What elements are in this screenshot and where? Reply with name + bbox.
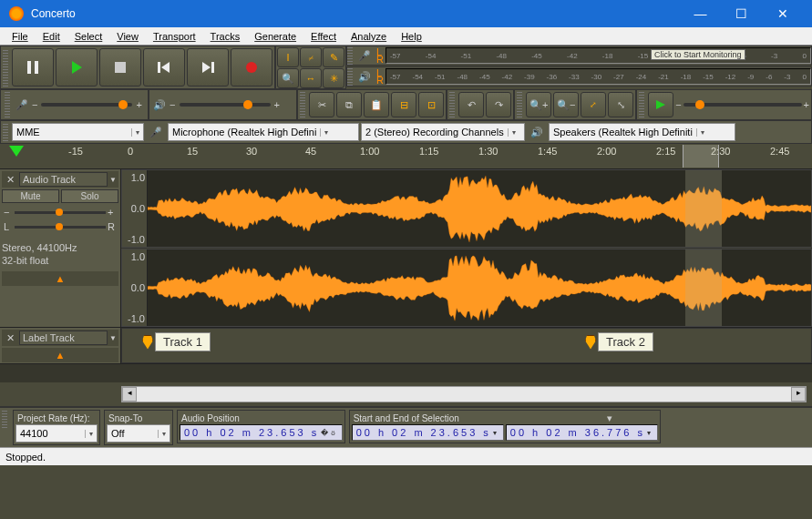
toolbar-grip[interactable] bbox=[5, 92, 10, 117]
waveform-left[interactable]: 1.00.0-1.0 bbox=[121, 169, 812, 248]
scroll-right-button[interactable]: ▸ bbox=[791, 387, 806, 402]
waveform-right[interactable]: 1.00.0-1.0 bbox=[121, 249, 812, 327]
status-bar: Stopped. bbox=[0, 447, 812, 465]
timeshift-tool-icon[interactable]: ↔ bbox=[300, 68, 322, 88]
scroll-left-button[interactable]: ◂ bbox=[122, 387, 137, 402]
track-name[interactable]: Label Track bbox=[19, 331, 108, 345]
menu-select[interactable]: Select bbox=[67, 29, 110, 44]
menu-file[interactable]: File bbox=[5, 29, 36, 44]
label-area[interactable]: Track 1 Track 2 bbox=[121, 328, 812, 363]
mute-button[interactable]: Mute bbox=[2, 189, 59, 203]
skip-start-button[interactable] bbox=[143, 48, 185, 86]
timeline-tick: -15 bbox=[68, 146, 83, 157]
timeline-tick: 2:00 bbox=[597, 146, 616, 157]
playhead-icon[interactable] bbox=[9, 146, 24, 157]
paste-button[interactable]: 📋 bbox=[364, 92, 389, 117]
skip-end-button[interactable] bbox=[187, 48, 229, 86]
toolbar-grip[interactable] bbox=[449, 92, 455, 117]
output-device-combo[interactable]: Speakers (Realtek High Definiti▾ bbox=[549, 123, 735, 141]
project-rate-combo[interactable]: 44100▾ bbox=[15, 424, 98, 443]
timeline-ruler[interactable]: -1501530451:001:151:301:452:002:152:302:… bbox=[0, 144, 812, 169]
undo-button[interactable]: ↶ bbox=[458, 92, 484, 117]
menu-transport[interactable]: Transport bbox=[146, 29, 203, 44]
selection-region[interactable] bbox=[685, 249, 722, 326]
copy-button[interactable]: ⧉ bbox=[336, 92, 362, 117]
trim-button[interactable]: ⊟ bbox=[391, 92, 416, 117]
toolbar-grip[interactable] bbox=[300, 92, 305, 117]
audio-host-combo[interactable]: MME▾ bbox=[12, 123, 144, 141]
playback-meter[interactable]: 🔊 LR -57-54-51-48-45-42-39-36-33-30-27-2… bbox=[346, 66, 812, 86]
toolbar-grip[interactable] bbox=[347, 46, 353, 65]
selection-end-field[interactable]: 00 h 02 m 36.776 s▾ bbox=[506, 424, 658, 441]
label-text[interactable]: Track 1 bbox=[155, 332, 211, 351]
label-pin-icon[interactable] bbox=[142, 335, 153, 350]
stop-button[interactable] bbox=[99, 48, 141, 86]
label-pin-icon[interactable] bbox=[585, 335, 596, 350]
close-button[interactable]: ✕ bbox=[762, 0, 803, 27]
toolbar-grip[interactable] bbox=[347, 67, 353, 86]
playback-volume-slider[interactable]: 🔊 − + bbox=[149, 89, 297, 120]
selection-tool-icon[interactable]: I bbox=[277, 47, 299, 67]
multi-tool-icon[interactable]: ✳ bbox=[323, 68, 344, 88]
record-meter[interactable]: 🎤 LR -57-54-51-48-45-42 Click to Start M… bbox=[346, 46, 812, 66]
track-menu-button[interactable]: ▼ bbox=[109, 176, 117, 184]
pan-slider[interactable]: LR bbox=[4, 221, 117, 232]
menu-edit[interactable]: Edit bbox=[36, 29, 67, 44]
menu-help[interactable]: Help bbox=[394, 29, 429, 44]
solo-button[interactable]: Solo bbox=[61, 189, 118, 203]
waveform-area[interactable]: 1.00.0-1.0 1.00.0-1.0 bbox=[121, 169, 812, 327]
toolbar-grip[interactable] bbox=[639, 92, 644, 117]
monitor-hint[interactable]: Click to Start Monitoring bbox=[651, 49, 745, 60]
toolbar-grip[interactable] bbox=[3, 48, 8, 86]
menu-tracks[interactable]: Tracks bbox=[203, 29, 248, 44]
cut-button[interactable]: ✂ bbox=[309, 92, 334, 117]
audio-position-field[interactable]: 00 h 02 m 23.653 s�ö bbox=[180, 424, 343, 441]
label-marker[interactable]: Track 2 bbox=[585, 332, 653, 351]
pause-button[interactable] bbox=[12, 48, 54, 86]
toolbar-grip[interactable] bbox=[2, 410, 7, 428]
snap-to-combo[interactable]: Off▾ bbox=[107, 424, 170, 443]
play-button[interactable] bbox=[56, 48, 98, 86]
draw-tool-icon[interactable]: ✎ bbox=[323, 47, 344, 67]
fit-selection-button[interactable]: ⤢ bbox=[581, 92, 606, 117]
track-close-button[interactable]: ✕ bbox=[4, 332, 17, 344]
speed-slider[interactable] bbox=[684, 103, 802, 107]
gain-slider[interactable]: −+ bbox=[4, 207, 117, 218]
maximize-button[interactable]: ☐ bbox=[721, 0, 762, 27]
horizontal-scrollbar[interactable]: ◂ ▸ bbox=[121, 386, 807, 402]
label-marker[interactable]: Track 1 bbox=[142, 332, 211, 351]
track-menu-button[interactable]: ▼ bbox=[109, 334, 117, 342]
record-button[interactable] bbox=[231, 48, 272, 86]
minimize-button[interactable]: — bbox=[680, 0, 721, 27]
play-at-speed-button[interactable] bbox=[648, 92, 673, 117]
svg-point-5 bbox=[246, 62, 257, 73]
selection-region[interactable] bbox=[685, 170, 722, 247]
channels-combo[interactable]: 2 (Stereo) Recording Channels▾ bbox=[361, 123, 525, 141]
playback-meter-scale[interactable]: -57-54-51-48-45-42-39-36-33-30-27-24-21-… bbox=[385, 68, 811, 85]
zoom-out-button[interactable]: 🔍− bbox=[553, 92, 579, 117]
record-meter-scale[interactable]: -57-54-51-48-45-42 Click to Start Monito… bbox=[385, 47, 811, 64]
envelope-tool-icon[interactable]: ⌿ bbox=[300, 47, 322, 67]
input-device-combo[interactable]: Microphone (Realtek High Defini▾ bbox=[168, 123, 359, 141]
track-collapse-button[interactable]: ▲ bbox=[2, 271, 118, 286]
silence-button[interactable]: ⊡ bbox=[418, 92, 444, 117]
toolbar-grip[interactable] bbox=[517, 92, 522, 117]
zoom-in-button[interactable]: 🔍+ bbox=[526, 92, 551, 117]
track-name[interactable]: Audio Track bbox=[19, 172, 108, 187]
fit-project-button[interactable]: ⤡ bbox=[608, 92, 633, 117]
record-volume-slider[interactable]: 🎤 − + bbox=[0, 89, 149, 120]
menu-analyze[interactable]: Analyze bbox=[344, 29, 394, 44]
selection-mode-button[interactable]: ▾ bbox=[607, 412, 612, 424]
track-close-button[interactable]: ✕ bbox=[4, 174, 17, 186]
menu-view[interactable]: View bbox=[109, 29, 146, 44]
selection-start-field[interactable]: 00 h 02 m 23.653 s▾ bbox=[352, 424, 504, 441]
undo-toolbar: ↶ ↷ bbox=[447, 89, 514, 120]
toolbar-grip[interactable] bbox=[3, 123, 8, 141]
label-text[interactable]: Track 2 bbox=[598, 332, 653, 351]
track-control-panel: ✕ Audio Track ▼ Mute Solo −+ LR Stereo, … bbox=[0, 169, 121, 327]
menu-generate[interactable]: Generate bbox=[247, 29, 303, 44]
zoom-tool-icon[interactable]: 🔍 bbox=[277, 68, 299, 88]
track-collapse-button[interactable]: ▲ bbox=[2, 348, 118, 362]
menu-effect[interactable]: Effect bbox=[303, 29, 344, 44]
redo-button[interactable]: ↷ bbox=[486, 92, 511, 117]
